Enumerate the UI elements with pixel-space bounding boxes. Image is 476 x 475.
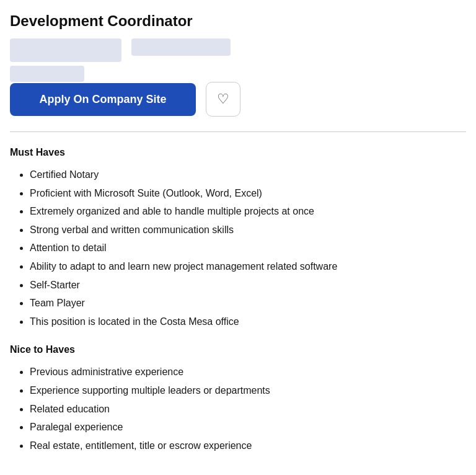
list-item: Ability to adapt to and learn new projec…: [30, 259, 466, 275]
company-logo-area: [10, 38, 466, 82]
section-title-must-haves: Must Haves: [10, 147, 466, 158]
list-item: Previous administrative experience: [30, 364, 466, 380]
section-divider: [10, 131, 466, 132]
action-row: Apply On Company Site ♡: [10, 82, 466, 117]
list-item: Extremely organized and able to handle m…: [30, 203, 466, 220]
bullet-list-nice-to-haves: Previous administrative experienceExperi…: [10, 364, 466, 453]
list-item: Related education: [30, 401, 466, 417]
list-item: Proficient with Microsoft Suite (Outlook…: [30, 185, 466, 202]
logo-image-3: [10, 66, 84, 82]
list-item: Strong verbal and written communication …: [30, 222, 466, 238]
logo-image-2: [131, 38, 231, 56]
heart-icon: ♡: [217, 91, 229, 107]
list-item: Certified Notary: [30, 167, 466, 183]
list-item: Self-Starter: [30, 277, 466, 293]
job-title: Development Coordinator: [10, 12, 466, 30]
save-job-button[interactable]: ♡: [206, 82, 240, 117]
list-item: This position is located in the Costa Me…: [30, 314, 466, 330]
list-item: Paralegal experience: [30, 419, 466, 435]
list-item: Real estate, entitlement, title or escro…: [30, 438, 466, 454]
list-item: Attention to detail: [30, 240, 466, 256]
apply-button[interactable]: Apply On Company Site: [10, 83, 196, 116]
list-item: Team Player: [30, 295, 466, 311]
content-sections: Must HavesCertified NotaryProficient wit…: [10, 147, 466, 453]
section-title-nice-to-haves: Nice to Haves: [10, 344, 466, 355]
list-item: Experience supporting multiple leaders o…: [30, 383, 466, 399]
logo-image-1: [10, 38, 121, 62]
bullet-list-must-haves: Certified NotaryProficient with Microsof…: [10, 167, 466, 329]
